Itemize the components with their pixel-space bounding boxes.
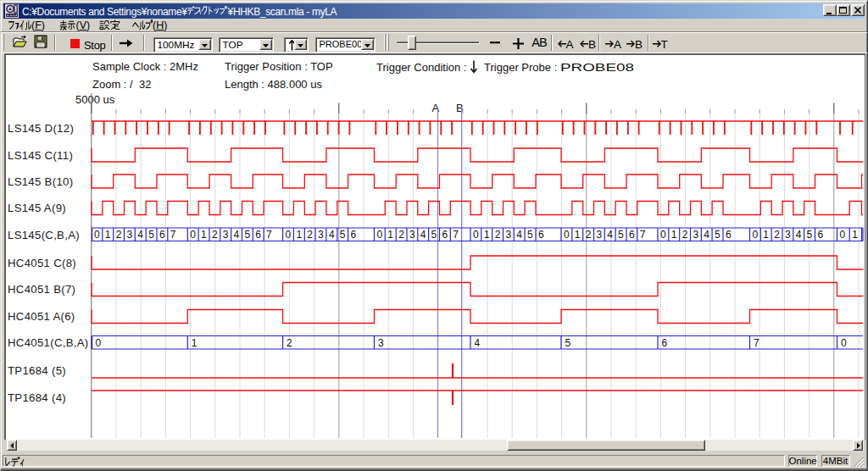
svg-text:4: 4 xyxy=(607,229,613,241)
svg-text:LS145 A(9): LS145 A(9) xyxy=(8,202,66,214)
svg-text:1: 1 xyxy=(192,337,198,349)
svg-text:6: 6 xyxy=(726,229,732,241)
svg-text:4: 4 xyxy=(234,229,240,241)
svg-text:HC4051 C(8): HC4051 C(8) xyxy=(8,257,76,269)
svg-text:6: 6 xyxy=(351,229,357,241)
svg-text:HC4051 B(7): HC4051 B(7) xyxy=(8,283,75,296)
svg-text:7: 7 xyxy=(170,229,176,241)
svg-text:1: 1 xyxy=(852,229,858,241)
svg-text:TP1684 (4): TP1684 (4) xyxy=(8,391,66,404)
svg-text:2: 2 xyxy=(774,229,780,241)
svg-text:1: 1 xyxy=(387,229,393,241)
svg-text:LS145 C(11): LS145 C(11) xyxy=(8,149,73,162)
svg-text:5: 5 xyxy=(431,229,437,241)
svg-text:4: 4 xyxy=(704,229,709,241)
svg-text:1: 1 xyxy=(201,229,207,241)
svg-text:0: 0 xyxy=(473,229,479,241)
svg-text:4: 4 xyxy=(329,229,335,241)
svg-text:2: 2 xyxy=(212,229,218,241)
svg-text:0: 0 xyxy=(841,337,847,349)
svg-text:0: 0 xyxy=(840,229,846,241)
svg-text:1: 1 xyxy=(671,229,677,241)
svg-text:2: 2 xyxy=(586,229,592,241)
svg-text:LS145(C,B,A): LS145(C,B,A) xyxy=(8,229,80,241)
svg-text:0: 0 xyxy=(94,229,100,241)
svg-text:5: 5 xyxy=(148,229,154,241)
svg-text:4: 4 xyxy=(420,229,426,241)
svg-text:HC4051 A(6): HC4051 A(6) xyxy=(8,310,75,323)
svg-text:6: 6 xyxy=(538,229,544,241)
svg-text:6: 6 xyxy=(442,229,448,241)
svg-text:0: 0 xyxy=(660,229,666,241)
svg-text:0: 0 xyxy=(753,229,759,241)
svg-text:7: 7 xyxy=(266,229,272,241)
svg-text:1: 1 xyxy=(484,229,490,241)
svg-text:7: 7 xyxy=(453,229,459,241)
svg-text:3: 3 xyxy=(223,229,229,241)
svg-text:1: 1 xyxy=(296,229,302,241)
svg-text:3: 3 xyxy=(318,229,324,241)
svg-text:4: 4 xyxy=(516,229,522,241)
svg-text:4: 4 xyxy=(475,337,481,349)
svg-text:0: 0 xyxy=(96,337,102,349)
svg-text:7: 7 xyxy=(640,229,646,241)
svg-text:0: 0 xyxy=(190,229,196,241)
svg-text:5: 5 xyxy=(527,229,533,241)
svg-text:5: 5 xyxy=(245,229,251,241)
svg-text:LS145 D(12): LS145 D(12) xyxy=(8,122,74,135)
svg-text:6: 6 xyxy=(255,229,261,241)
svg-text:5: 5 xyxy=(565,337,571,349)
svg-text:2: 2 xyxy=(287,337,292,349)
svg-text:0: 0 xyxy=(377,229,383,241)
svg-text:4: 4 xyxy=(137,229,143,241)
svg-text:4: 4 xyxy=(796,229,802,241)
svg-text:6: 6 xyxy=(662,337,668,349)
svg-text:TP1684 (5): TP1684 (5) xyxy=(8,364,66,377)
svg-text:2: 2 xyxy=(307,229,313,241)
svg-text:1: 1 xyxy=(575,229,581,241)
svg-text:3: 3 xyxy=(693,229,699,241)
svg-text:LS145 B(10): LS145 B(10) xyxy=(8,175,73,188)
svg-text:0: 0 xyxy=(564,229,570,241)
svg-text:1: 1 xyxy=(105,229,111,241)
svg-text:5: 5 xyxy=(618,229,624,241)
svg-text:HC4051(C,B,A): HC4051(C,B,A) xyxy=(8,336,89,349)
svg-text:6: 6 xyxy=(818,229,824,241)
svg-text:3: 3 xyxy=(506,229,512,241)
svg-text:3: 3 xyxy=(597,229,603,241)
svg-text:5: 5 xyxy=(340,229,346,241)
svg-text:3: 3 xyxy=(378,337,384,349)
svg-text:2: 2 xyxy=(116,229,122,241)
svg-text:1: 1 xyxy=(763,229,769,241)
svg-text:5: 5 xyxy=(715,229,721,241)
svg-text:2: 2 xyxy=(398,229,404,241)
svg-text:6: 6 xyxy=(159,229,165,241)
svg-text:5: 5 xyxy=(807,229,813,241)
svg-text:6: 6 xyxy=(629,229,635,241)
svg-text:7: 7 xyxy=(754,337,760,349)
svg-text:0: 0 xyxy=(286,229,292,241)
svg-text:2: 2 xyxy=(682,229,688,241)
svg-text:3: 3 xyxy=(127,229,133,241)
svg-text:3: 3 xyxy=(409,229,415,241)
svg-text:2: 2 xyxy=(495,229,501,241)
svg-text:3: 3 xyxy=(785,229,791,241)
